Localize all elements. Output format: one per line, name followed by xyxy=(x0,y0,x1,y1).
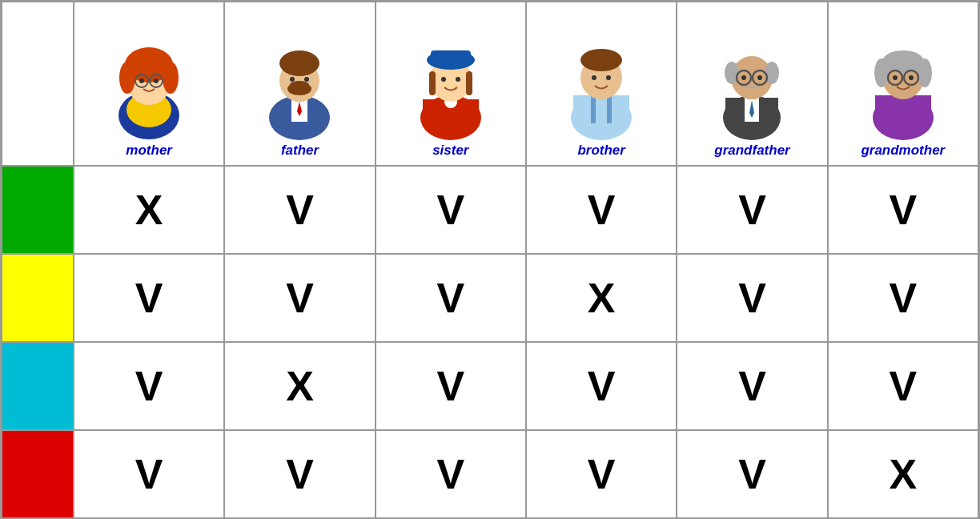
row-1-color xyxy=(2,166,74,254)
row-1-col-3: V xyxy=(376,166,526,254)
svg-point-66 xyxy=(909,75,914,80)
svg-rect-34 xyxy=(573,95,629,127)
father-label: father xyxy=(281,143,319,159)
row-1-col-4: V xyxy=(526,166,677,254)
row-2-col-5: V xyxy=(677,254,827,342)
svg-rect-30 xyxy=(466,71,472,95)
svg-point-20 xyxy=(290,77,295,82)
grandmother-label: grandmother xyxy=(861,143,945,159)
svg-point-53 xyxy=(741,75,746,80)
row-2-col-4: X xyxy=(526,254,677,342)
svg-point-59 xyxy=(882,50,924,73)
row-3-col-1: V xyxy=(74,342,224,430)
row-2-col-3: V xyxy=(376,254,526,342)
main-grid: mother father xyxy=(0,0,980,519)
row-1-col-5: V xyxy=(677,166,827,254)
grandmother-icon xyxy=(859,23,947,139)
grandfather-icon xyxy=(708,23,796,139)
svg-point-11 xyxy=(154,78,159,83)
svg-point-40 xyxy=(592,75,596,80)
svg-point-41 xyxy=(606,75,611,80)
row-3-col-6: V xyxy=(828,342,978,430)
row-2-color xyxy=(2,254,74,342)
svg-point-32 xyxy=(456,77,460,82)
row-2-col-1: V xyxy=(74,254,224,342)
grandfather-label: grandfather xyxy=(714,143,789,159)
sister-icon xyxy=(407,23,495,139)
svg-point-17 xyxy=(279,50,319,76)
row-4-col-3: V xyxy=(376,430,526,518)
mother-icon xyxy=(105,23,193,139)
row-1-col-6: V xyxy=(828,166,978,254)
svg-point-60 xyxy=(874,58,889,87)
row-4-col-4: V xyxy=(526,430,677,518)
row-3-col-4: V xyxy=(526,342,677,430)
svg-point-6 xyxy=(163,62,179,94)
svg-point-61 xyxy=(918,58,932,87)
header-sister: sister xyxy=(376,2,526,166)
brother-icon xyxy=(557,23,645,139)
row-3-col-5: V xyxy=(677,342,827,430)
svg-point-39 xyxy=(580,49,622,71)
header-mother: mother xyxy=(74,2,224,166)
brother-label: brother xyxy=(577,143,625,159)
sister-label: sister xyxy=(432,143,468,159)
row-4-col-5: V xyxy=(677,430,827,518)
row-1-col-2: V xyxy=(224,166,375,254)
svg-rect-56 xyxy=(875,95,931,126)
row-1-col-1: X xyxy=(74,166,224,254)
header-grandfather: grandfather xyxy=(677,2,827,166)
header-grandmother: grandmother xyxy=(828,2,978,166)
corner-cell xyxy=(2,2,74,166)
svg-point-21 xyxy=(304,77,309,82)
row-2-col-6: V xyxy=(828,254,978,342)
svg-point-31 xyxy=(441,77,446,82)
svg-rect-36 xyxy=(607,95,612,123)
row-4-col-1: V xyxy=(74,430,224,518)
svg-point-5 xyxy=(119,62,135,94)
row-3-col-3: V xyxy=(376,342,526,430)
row-4-color xyxy=(2,430,74,518)
svg-rect-28 xyxy=(431,50,471,63)
row-2-col-2: V xyxy=(224,254,375,342)
row-4-col-2: V xyxy=(224,430,375,518)
row-3-color xyxy=(2,342,74,430)
mother-label: mother xyxy=(126,143,172,159)
svg-point-65 xyxy=(893,75,898,80)
father-icon xyxy=(255,23,343,139)
svg-point-10 xyxy=(139,78,144,83)
svg-point-19 xyxy=(290,81,309,89)
header-father: father xyxy=(224,2,375,166)
row-3-col-2: X xyxy=(224,342,375,430)
row-4-col-6: X xyxy=(828,430,978,518)
svg-point-54 xyxy=(757,75,762,80)
header-brother: brother xyxy=(526,2,677,166)
svg-rect-29 xyxy=(429,71,436,95)
svg-rect-35 xyxy=(591,95,596,123)
